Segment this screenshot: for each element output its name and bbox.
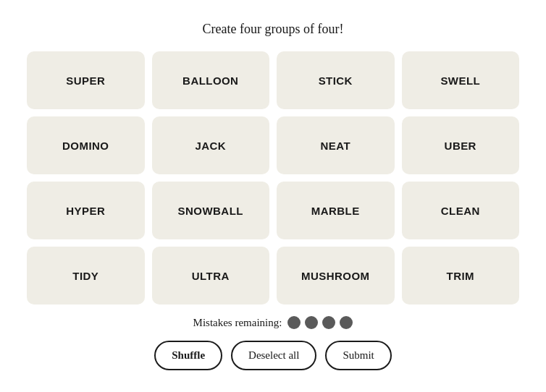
shuffle-button[interactable]: Shuffle: [154, 341, 222, 370]
mistake-dot-2: [305, 316, 318, 329]
word-text: TIDY: [72, 270, 98, 282]
word-text: ULTRA: [192, 270, 230, 282]
word-text: MARBLE: [311, 205, 360, 217]
word-text: STICK: [319, 74, 353, 87]
word-text: SUPER: [66, 74, 105, 87]
word-grid: SUPERBALLOONSTICKSWELLDOMINOJACKNEATUBER…: [27, 51, 519, 304]
word-text: SNOWBALL: [178, 205, 243, 217]
mistakes-label: Mistakes remaining:: [193, 317, 282, 329]
word-card[interactable]: HYPER: [27, 182, 145, 239]
word-text: CLEAN: [441, 205, 480, 217]
word-card[interactable]: MARBLE: [277, 182, 395, 239]
deselect-all-button[interactable]: Deselect all: [231, 341, 316, 370]
word-card[interactable]: NEAT: [277, 116, 395, 174]
word-text: BALLOON: [182, 74, 238, 87]
mistakes-dots: [287, 316, 353, 329]
word-card[interactable]: SUPER: [27, 51, 145, 109]
word-text: UBER: [445, 140, 476, 152]
word-card[interactable]: JACK: [152, 116, 270, 174]
word-text: TRIM: [447, 270, 474, 282]
word-text: HYPER: [66, 205, 105, 217]
word-text: JACK: [195, 140, 226, 152]
word-card[interactable]: UBER: [402, 116, 520, 174]
word-card[interactable]: TIDY: [27, 247, 145, 304]
mistake-dot-3: [322, 316, 335, 329]
word-text: DOMINO: [62, 140, 109, 152]
word-card[interactable]: SWELL: [402, 51, 520, 109]
word-card[interactable]: SNOWBALL: [152, 182, 270, 239]
word-text: SWELL: [440, 74, 480, 87]
word-card[interactable]: BALLOON: [152, 51, 270, 109]
word-card[interactable]: DOMINO: [27, 116, 145, 174]
buttons-row: Shuffle Deselect all Submit: [154, 341, 392, 370]
word-card[interactable]: STICK: [277, 51, 395, 109]
word-card[interactable]: TRIM: [402, 247, 520, 304]
mistake-dot-1: [287, 316, 301, 329]
word-text: MUSHROOM: [301, 270, 369, 282]
submit-button[interactable]: Submit: [325, 341, 391, 370]
word-card[interactable]: CLEAN: [402, 182, 520, 239]
page-title: Create four groups of four!: [203, 22, 344, 37]
mistake-dot-4: [340, 316, 353, 329]
word-card[interactable]: MUSHROOM: [277, 247, 395, 304]
word-text: NEAT: [320, 140, 350, 152]
word-card[interactable]: ULTRA: [152, 247, 270, 304]
game-container: Create four groups of four! SUPERBALLOON…: [12, 7, 534, 385]
mistakes-row: Mistakes remaining:: [193, 316, 353, 329]
